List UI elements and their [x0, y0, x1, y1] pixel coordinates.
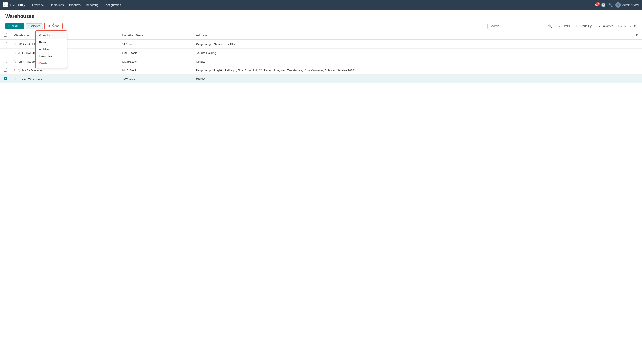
cell-location-4: MKS/Stock: [119, 66, 192, 75]
admin-label: Administrator: [622, 3, 639, 7]
favorites-label: Favorites: [602, 24, 613, 28]
nav-operations[interactable]: Operations: [47, 2, 66, 8]
search-box[interactable]: 🔍: [488, 23, 554, 29]
warehouse-name-3: SBY - Margo: [18, 60, 35, 63]
toolbar-right: 🔍 ▽ Filters ⊞ Group By ★ Favorites 1-5 /…: [488, 23, 637, 29]
app-brand[interactable]: Inventory: [3, 2, 26, 7]
cell-location-2: CKG/Stock: [119, 48, 192, 57]
warehouse-name-4: MKS - Makassar: [22, 69, 44, 72]
nav-items: Overview Operations Products Reporting C…: [30, 2, 123, 8]
cell-spacer-5: [632, 75, 642, 84]
avatar: 👤: [616, 2, 621, 8]
cell-spacer-3: [632, 57, 642, 66]
cell-spacer-1: [632, 40, 642, 48]
settings-icon[interactable]: 🔧: [608, 3, 613, 7]
table-row[interactable]: ⇅ SBY - Margo MGR/Stock ORBIZ: [0, 57, 642, 66]
select-all-header[interactable]: [0, 31, 10, 40]
row-checkbox-cell[interactable]: [0, 57, 10, 66]
search-input[interactable]: [490, 24, 548, 28]
dropdown-title: Action: [43, 34, 51, 37]
cell-address-3: ORBIZ: [192, 57, 632, 66]
topnav-right: 💬 4 🕐 🔧 👤 Administrator: [595, 2, 639, 8]
drag-handle-5[interactable]: ⇅: [14, 78, 16, 81]
dropdown-gear-icon: ⚙: [39, 34, 42, 37]
warehouse-name-5: Testing Warehouse: [18, 78, 43, 81]
main-content: Warehouses CREATE 1 selected 2 ⚙ Action …: [0, 10, 642, 364]
action-unarchive[interactable]: Unarchive: [36, 53, 67, 60]
chat-button[interactable]: 💬 4: [595, 3, 598, 7]
pagination: 1-5 / 5 ‹ ›: [618, 24, 631, 28]
next-page-button[interactable]: ›: [630, 24, 631, 28]
nav-configuration[interactable]: Configuration: [102, 2, 123, 8]
table-row[interactable]: ⇅ Testing Warehouse TW/Stock ORBIZ: [0, 75, 642, 84]
cell-spacer-4: [632, 66, 642, 75]
table-row[interactable]: ⇅ SDA - SAFELOCK 3PL SL/Stock Pergudanga…: [0, 40, 642, 48]
groupby-icon: ⊞: [576, 24, 578, 28]
dropdown-header: ⚙ Action: [36, 32, 67, 39]
col-location-stock: Location Stock: [119, 31, 192, 40]
row-checkbox-1[interactable]: [4, 42, 7, 46]
gear-icon: ⚙: [48, 24, 50, 28]
row-checkbox-cell[interactable]: [0, 75, 10, 84]
table-row[interactable]: ⇅ JKT - CAKUNG CKG/Stock Jakarta Cakung: [0, 48, 642, 57]
toolbar: CREATE 1 selected 2 ⚙ Action ⚙ Action Ex…: [0, 21, 642, 31]
col-settings[interactable]: ⚙: [632, 31, 642, 40]
table-row[interactable]: 1 ⇅ MKS - Makassar MKS/Stock Pergudangan…: [0, 66, 642, 75]
search-icon: 🔍: [548, 24, 552, 28]
prev-page-button[interactable]: ‹: [627, 24, 628, 28]
table-header: Warehouse Location Stock Address ⚙: [0, 31, 642, 40]
filter-icon: ▽: [559, 24, 561, 28]
drag-handle-4[interactable]: ⇅: [18, 69, 20, 72]
action-delete[interactable]: Delete: [36, 60, 67, 67]
star-icon: ★: [598, 24, 600, 28]
cell-address-4: Pergudangan Logistic Pelitagro, Jl. Ir. …: [192, 66, 632, 75]
grid-icon: [3, 2, 8, 7]
row-num-4: 1: [14, 69, 17, 72]
column-settings-icon[interactable]: ⚙: [634, 24, 637, 28]
drag-handle-1[interactable]: ⇅: [14, 42, 16, 46]
action-dropdown: ⚙ Action Export Archive Unarchive Delete: [36, 31, 67, 68]
cell-address-1: Pergudangan Safe n Lock Bloc...: [192, 40, 632, 48]
nav-products[interactable]: Products: [67, 2, 83, 8]
col-address: Address: [192, 31, 632, 40]
drag-handle-3[interactable]: ⇅: [14, 60, 16, 63]
row-checkbox-cell[interactable]: [0, 66, 10, 75]
nav-overview[interactable]: Overview: [30, 2, 46, 8]
action-export[interactable]: Export: [36, 39, 67, 46]
filters-label: Filters: [562, 24, 570, 28]
nav-reporting[interactable]: Reporting: [84, 2, 100, 8]
topnav: Inventory Overview Operations Products R…: [0, 0, 642, 10]
app-name: Inventory: [9, 3, 26, 7]
drag-handle-2[interactable]: ⇅: [14, 51, 16, 55]
table-body: ⇅ SDA - SAFELOCK 3PL SL/Stock Pergudanga…: [0, 40, 642, 84]
action-wrapper: 2 ⚙ Action: [44, 23, 62, 29]
row-checkbox-cell[interactable]: [0, 48, 10, 57]
cell-spacer-2: [632, 48, 642, 57]
page-header: Warehouses: [0, 10, 642, 21]
cell-location-5: TW/Stock: [119, 75, 192, 84]
chat-badge: 4: [596, 2, 600, 6]
page-title: Warehouses: [5, 14, 34, 19]
create-button[interactable]: CREATE: [5, 23, 24, 29]
row-checkbox-3[interactable]: [4, 60, 7, 63]
action-archive[interactable]: Archive: [36, 46, 67, 53]
selected-badge[interactable]: 1 selected: [26, 24, 43, 29]
cell-location-3: MGR/Stock: [119, 57, 192, 66]
row-checkbox-5[interactable]: [4, 77, 7, 80]
filters-button[interactable]: ▽ Filters: [557, 24, 572, 28]
row-checkbox-2[interactable]: [4, 51, 7, 54]
groupby-button[interactable]: ⊞ Group By: [574, 24, 593, 28]
clock-icon[interactable]: 🕐: [601, 3, 606, 7]
select-all-checkbox[interactable]: [4, 33, 7, 36]
favorites-button[interactable]: ★ Favorites: [596, 24, 615, 28]
cell-location-1: SL/Stock: [119, 40, 192, 48]
groupby-label: Group By: [579, 24, 592, 28]
row-checkbox-4[interactable]: [4, 68, 7, 72]
row-checkbox-cell[interactable]: [0, 40, 10, 48]
warehouses-table: Warehouse Location Stock Address ⚙ ⇅ SDA…: [0, 31, 642, 84]
warehouse-name-2: JKT - CAKUNG: [18, 51, 38, 55]
cell-warehouse-5[interactable]: ⇅ Testing Warehouse: [10, 75, 119, 84]
admin-menu[interactable]: 👤 Administrator: [616, 2, 639, 8]
action-number: 2: [53, 22, 54, 26]
cell-address-2: Jakarta Cakung: [192, 48, 632, 57]
